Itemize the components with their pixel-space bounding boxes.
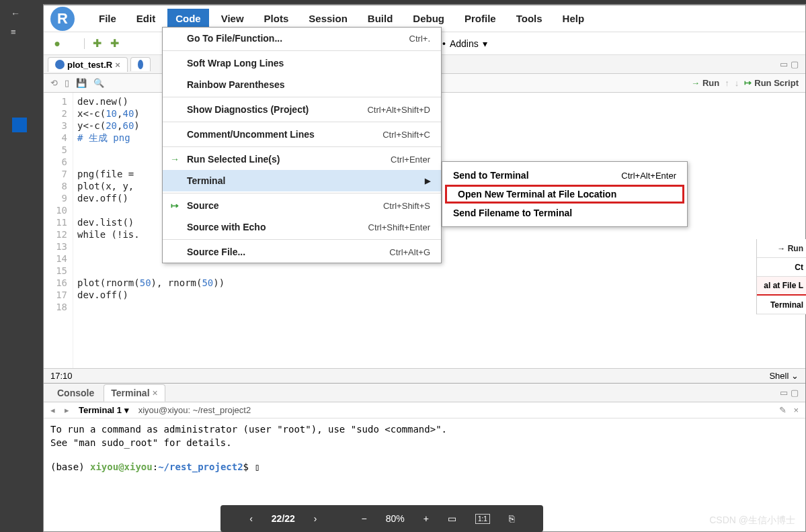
- menu-item[interactable]: Comment/Uncomment LinesCtrl+Shift+C: [163, 124, 441, 145]
- menu-view[interactable]: View: [213, 9, 252, 28]
- actual-size-icon[interactable]: 1:1: [475, 514, 490, 524]
- watermark: CSDN @生信小博士: [709, 515, 795, 527]
- tab-console[interactable]: Console: [50, 385, 101, 401]
- prev-term-icon[interactable]: ◂: [50, 405, 55, 415]
- run-arrow-icon: →: [691, 78, 700, 88]
- addins-dropdown[interactable]: • Addins ▾: [442, 38, 487, 49]
- menu-item[interactable]: →Run Selected Line(s)Ctrl+Enter: [163, 148, 441, 170]
- menu-code[interactable]: Code: [167, 9, 209, 28]
- menu-session[interactable]: Session: [300, 9, 356, 28]
- menu-edit[interactable]: Edit: [128, 9, 163, 28]
- left-blue-square: [12, 118, 27, 132]
- menu-item[interactable]: Source File...Ctrl+Alt+G: [163, 241, 441, 263]
- cropped-fragment: Terminal: [757, 296, 806, 314]
- search-icon[interactable]: 🔍: [93, 78, 104, 88]
- editor-statusbar: 17:10 Shell ⌄: [44, 368, 805, 383]
- submenu-item[interactable]: Send Filename to Terminal: [442, 204, 687, 222]
- fit-page-icon[interactable]: ▭: [448, 513, 456, 524]
- menu-build[interactable]: Build: [360, 9, 401, 28]
- run-label: Run: [702, 78, 719, 88]
- menu-item[interactable]: Go To File/Function...Ctrl+.: [163, 28, 441, 49]
- rstudio-logo: R: [50, 7, 75, 31]
- close-icon[interactable]: ×: [152, 388, 157, 398]
- addins-bullet: •: [442, 38, 446, 49]
- menu-plots[interactable]: Plots: [256, 9, 297, 28]
- submenu-item[interactable]: Open New Terminal at File Location: [445, 185, 684, 204]
- run-script-button[interactable]: ↦Run Script: [744, 78, 799, 88]
- prev-page-icon[interactable]: ‹: [249, 513, 253, 524]
- zoom-level: 80%: [386, 513, 405, 524]
- menu-debug[interactable]: Debug: [405, 9, 452, 28]
- tab-filename: plot_test.R: [67, 60, 112, 70]
- nav-back-icon[interactable]: ⟲: [50, 78, 58, 88]
- r-file-icon: [138, 60, 143, 69]
- terminal-output[interactable]: To run a command as administrator (user …: [44, 418, 805, 478]
- bottom-pane: Console Terminal × ▭ ▢ ◂ ▸ Terminal 1 ▾ …: [44, 383, 805, 478]
- menu-item[interactable]: Rainbow Parentheses: [163, 74, 441, 95]
- editor-tab-partial[interactable]: [130, 57, 151, 71]
- zoom-in-icon[interactable]: +: [424, 513, 429, 524]
- terminal-toolbar: ◂ ▸ Terminal 1 ▾ xiyou@xiyou: ~/rest_pro…: [44, 402, 805, 418]
- panel-controls[interactable]: ▭ ▢: [780, 59, 799, 69]
- source-arrow-icon: ↦: [744, 78, 752, 88]
- terminal-prompt: (base) xiyou@xiyou:~/rest_project2$ ▯: [50, 460, 799, 474]
- run-button[interactable]: →Run: [691, 78, 719, 88]
- line-gutter: 123456789101112131415161718: [44, 93, 73, 368]
- menu-tools[interactable]: Tools: [508, 9, 551, 28]
- submenu-item[interactable]: Send to TerminalCtrl+Alt+Enter: [442, 166, 687, 185]
- reindent-up-icon[interactable]: ↑: [725, 78, 729, 88]
- new-file-icon[interactable]: ●: [57, 38, 85, 49]
- menu-file[interactable]: File: [91, 9, 124, 28]
- menu-item[interactable]: ↦SourceCtrl+Shift+S: [163, 195, 441, 216]
- menu-item[interactable]: Terminal▶: [163, 170, 441, 191]
- clear-icon[interactable]: ✎ ×: [779, 405, 799, 415]
- right-crop-fragments: → RunCtal at File LTerminal: [756, 239, 806, 314]
- cropped-fragment: → Run: [757, 239, 806, 258]
- menu-glyph[interactable]: ≡: [0, 27, 43, 37]
- pdf-viewer-toolbar: ‹ 22/22 › − 80% + ▭ 1:1 ⎘: [220, 505, 543, 532]
- next-page-icon[interactable]: ›: [314, 513, 317, 524]
- menu-item[interactable]: Source with EchoCtrl+Shift+Enter: [163, 216, 441, 238]
- menu-item[interactable]: Soft Wrap Long Lines: [163, 52, 441, 74]
- reindent-down-icon[interactable]: ↓: [735, 78, 739, 88]
- terminal-name[interactable]: Terminal 1 ▾: [79, 405, 129, 415]
- language-mode[interactable]: Shell ⌄: [769, 371, 799, 381]
- menu-profile[interactable]: Profile: [456, 9, 504, 28]
- editor-toolbar-icons: ⟲ ▯ 💾 🔍: [50, 78, 104, 88]
- r-file-icon: [55, 60, 65, 69]
- cropped-fragment: Ct: [757, 258, 806, 277]
- close-icon[interactable]: ×: [115, 60, 120, 70]
- terminal-line: To run a command as administrator (user …: [50, 423, 799, 436]
- browser-left-strip: ← ≡: [0, 0, 43, 532]
- cursor-position: 17:10: [50, 371, 73, 381]
- nav-fwd-icon[interactable]: ▯: [65, 78, 69, 88]
- code-menu-dropdown: Go To File/Function...Ctrl+.Soft Wrap Lo…: [162, 27, 442, 263]
- cropped-fragment: al at File L: [757, 277, 806, 296]
- panel-controls[interactable]: ▭ ▢: [780, 388, 799, 398]
- add-r-icon[interactable]: ✚: [109, 38, 120, 49]
- save-icon[interactable]: 💾: [76, 78, 87, 88]
- bottom-tabbar: Console Terminal × ▭ ▢: [44, 384, 805, 402]
- terminal-submenu: Send to TerminalCtrl+Alt+EnterOpen New T…: [442, 161, 688, 227]
- editor-tab[interactable]: plot_test.R ×: [48, 57, 128, 72]
- addins-label: Addins: [450, 38, 479, 49]
- zoom-out-icon[interactable]: −: [362, 513, 367, 524]
- menu-help[interactable]: Help: [555, 9, 593, 28]
- terminal-line: See "man sudo_root" for details.: [50, 436, 799, 449]
- run-script-label: Run Script: [754, 78, 799, 88]
- tab-terminal[interactable]: Terminal ×: [104, 384, 165, 402]
- page-indicator: 22/22: [272, 513, 295, 524]
- add-icon[interactable]: ✚: [91, 38, 102, 49]
- back-arrow[interactable]: ←: [0, 0, 43, 27]
- rotate-icon[interactable]: ⎘: [509, 513, 514, 524]
- menu-item[interactable]: Show Diagnostics (Project)Ctrl+Alt+Shift…: [163, 99, 441, 120]
- next-term-icon[interactable]: ▸: [65, 405, 69, 415]
- terminal-title: xiyou@xiyou: ~/rest_project2: [138, 405, 251, 415]
- chevron-down-icon: ▾: [483, 38, 487, 49]
